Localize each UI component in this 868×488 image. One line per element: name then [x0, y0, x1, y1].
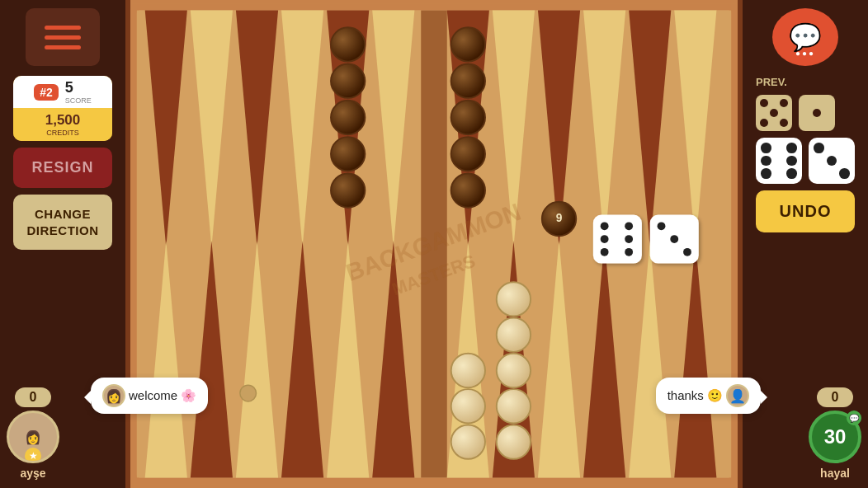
- game-board: BACKGAMMON MASTERS 9: [125, 0, 743, 488]
- prev-dice-row: [756, 95, 835, 131]
- svg-text:9: 9: [556, 212, 563, 224]
- score-text: SCORE: [65, 96, 92, 105]
- svg-point-44: [497, 389, 531, 423]
- undo-button[interactable]: UNDO: [756, 190, 855, 232]
- svg-point-58: [625, 235, 633, 243]
- right-player-name: hayal: [820, 467, 850, 480]
- prev-die-2: [799, 95, 835, 131]
- svg-point-47: [497, 282, 531, 316]
- svg-point-51: [240, 385, 257, 401]
- score-box: #2 5 SCORE 1,500 CREDITS: [13, 76, 112, 141]
- credits-value: 1,500: [45, 112, 81, 128]
- svg-point-43: [497, 425, 531, 458]
- svg-point-56: [601, 248, 609, 256]
- left-player-score: 0: [15, 387, 52, 407]
- svg-point-38: [331, 101, 365, 134]
- svg-point-48: [451, 425, 485, 458]
- score-top: #2 5 SCORE: [13, 76, 112, 108]
- svg-point-57: [625, 222, 633, 230]
- svg-point-50: [451, 354, 485, 387]
- score-value: 5: [65, 79, 73, 96]
- svg-point-34: [451, 137, 485, 171]
- svg-point-55: [601, 235, 609, 243]
- svg-point-54: [601, 222, 609, 230]
- menu-line-3: [45, 45, 81, 49]
- svg-point-63: [683, 248, 691, 256]
- svg-point-45: [497, 354, 531, 387]
- left-player-name: ayşe: [20, 467, 45, 480]
- svg-point-59: [625, 248, 633, 256]
- svg-point-49: [451, 389, 485, 423]
- left-avatar-face: 👩: [25, 429, 41, 445]
- menu-button[interactable]: [26, 8, 100, 66]
- svg-point-62: [670, 235, 678, 243]
- svg-rect-53: [593, 215, 642, 264]
- timer-circle: 30 💬: [809, 411, 861, 463]
- score-label: 5 SCORE: [65, 79, 92, 105]
- current-dice-row: [756, 138, 855, 184]
- prev-label: PREV.: [756, 76, 787, 88]
- right-panel: 💬 PREV.: [743, 0, 868, 488]
- chat-button[interactable]: 💬: [772, 8, 838, 66]
- chat-bubble-left: 👩 welcome 🌸: [91, 378, 208, 414]
- prev-die-1: [756, 95, 792, 131]
- right-player-score: 0: [817, 387, 854, 407]
- svg-point-36: [331, 27, 365, 61]
- svg-point-31: [451, 27, 485, 61]
- right-avatar-area: 0 30 💬 hayal: [809, 387, 861, 480]
- current-die-1: [756, 138, 802, 184]
- svg-point-61: [658, 222, 666, 230]
- chat-message-right: thanks 🙂: [668, 388, 723, 403]
- credits-row: 1,500 CREDITS: [13, 108, 112, 141]
- left-avatar-area: 0 👩 ★ ayşe: [7, 387, 59, 480]
- svg-point-46: [497, 318, 531, 352]
- chat-avatar-small-left: 👩: [102, 384, 125, 407]
- menu-line-2: [45, 35, 81, 40]
- star-badge: ★: [25, 448, 41, 463]
- menu-line-1: [45, 26, 81, 30]
- left-panel: #2 5 SCORE 1,500 CREDITS RESIGN CHANGE D…: [0, 0, 125, 488]
- timer-value: 30: [824, 425, 847, 448]
- resign-button[interactable]: RESIGN: [13, 148, 112, 188]
- svg-point-39: [331, 137, 365, 171]
- chat-bubble-right: thanks 🙂 👤: [656, 378, 761, 414]
- rank-badge: #2: [34, 84, 59, 101]
- svg-point-33: [451, 101, 485, 134]
- current-die-2: [809, 138, 855, 184]
- svg-point-32: [451, 64, 485, 98]
- chat-message-left: welcome 🌸: [129, 388, 196, 403]
- svg-point-35: [451, 173, 485, 207]
- left-player-avatar: 👩 ★: [7, 411, 59, 463]
- svg-point-40: [331, 173, 365, 207]
- board-svg: BACKGAMMON MASTERS 9: [130, 0, 738, 488]
- chat-avatar-small-right: 👤: [726, 384, 749, 407]
- chat-notification-dot: 💬: [847, 411, 861, 425]
- credits-label: CREDITS: [17, 129, 108, 137]
- svg-point-37: [331, 64, 365, 98]
- change-direction-button[interactable]: CHANGE DIRECTION: [13, 195, 112, 250]
